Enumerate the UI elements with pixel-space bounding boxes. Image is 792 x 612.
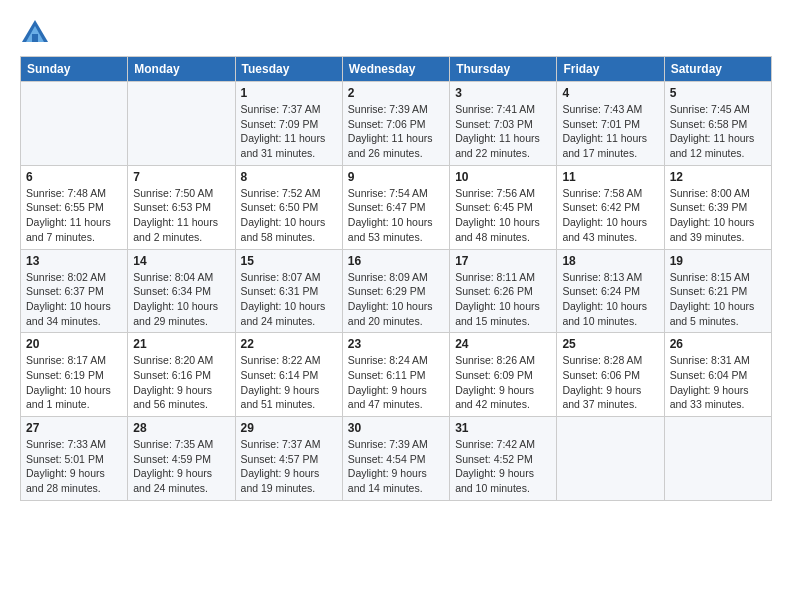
cell-info-line: Sunrise: 8:24 AM	[348, 353, 444, 368]
day-number: 17	[455, 254, 551, 268]
cell-info-line: Sunset: 4:52 PM	[455, 452, 551, 467]
calendar-page: Sunday Monday Tuesday Wednesday Thursday…	[0, 0, 792, 612]
cell-info-line: Sunset: 4:54 PM	[348, 452, 444, 467]
cell-info-line: Sunrise: 7:48 AM	[26, 186, 122, 201]
header-sunday: Sunday	[21, 57, 128, 82]
day-number: 19	[670, 254, 766, 268]
cell-info-line: Daylight: 11 hours and 31 minutes.	[241, 131, 337, 160]
cell-info-line: Daylight: 10 hours and 48 minutes.	[455, 215, 551, 244]
cell-info: Sunrise: 8:20 AMSunset: 6:16 PMDaylight:…	[133, 353, 229, 412]
cell-info-line: Daylight: 11 hours and 22 minutes.	[455, 131, 551, 160]
calendar-cell: 22Sunrise: 8:22 AMSunset: 6:14 PMDayligh…	[235, 333, 342, 417]
cell-info-line: Daylight: 9 hours and 28 minutes.	[26, 466, 122, 495]
calendar-cell: 9Sunrise: 7:54 AMSunset: 6:47 PMDaylight…	[342, 165, 449, 249]
calendar-cell: 8Sunrise: 7:52 AMSunset: 6:50 PMDaylight…	[235, 165, 342, 249]
cell-info-line: Sunset: 6:14 PM	[241, 368, 337, 383]
calendar-cell: 27Sunrise: 7:33 AMSunset: 5:01 PMDayligh…	[21, 417, 128, 501]
calendar-cell: 5Sunrise: 7:45 AMSunset: 6:58 PMDaylight…	[664, 82, 771, 166]
cell-info-line: Sunset: 6:16 PM	[133, 368, 229, 383]
cell-info: Sunrise: 8:07 AMSunset: 6:31 PMDaylight:…	[241, 270, 337, 329]
cell-info-line: Sunrise: 7:35 AM	[133, 437, 229, 452]
cell-info-line: Daylight: 9 hours and 51 minutes.	[241, 383, 337, 412]
calendar-cell: 3Sunrise: 7:41 AMSunset: 7:03 PMDaylight…	[450, 82, 557, 166]
calendar-week-row: 20Sunrise: 8:17 AMSunset: 6:19 PMDayligh…	[21, 333, 772, 417]
calendar-cell	[664, 417, 771, 501]
cell-info: Sunrise: 7:33 AMSunset: 5:01 PMDaylight:…	[26, 437, 122, 496]
cell-info-line: Sunrise: 7:42 AM	[455, 437, 551, 452]
day-number: 7	[133, 170, 229, 184]
cell-info-line: Sunset: 6:29 PM	[348, 284, 444, 299]
cell-info-line: Daylight: 11 hours and 7 minutes.	[26, 215, 122, 244]
day-number: 16	[348, 254, 444, 268]
day-number: 6	[26, 170, 122, 184]
cell-info-line: Sunrise: 8:17 AM	[26, 353, 122, 368]
calendar-week-row: 27Sunrise: 7:33 AMSunset: 5:01 PMDayligh…	[21, 417, 772, 501]
cell-info-line: Daylight: 10 hours and 29 minutes.	[133, 299, 229, 328]
day-number: 25	[562, 337, 658, 351]
cell-info-line: Sunrise: 8:28 AM	[562, 353, 658, 368]
logo	[20, 16, 54, 46]
day-number: 4	[562, 86, 658, 100]
cell-info-line: Sunset: 7:06 PM	[348, 117, 444, 132]
cell-info-line: Daylight: 9 hours and 33 minutes.	[670, 383, 766, 412]
cell-info-line: Sunrise: 7:41 AM	[455, 102, 551, 117]
cell-info-line: Sunrise: 8:07 AM	[241, 270, 337, 285]
day-number: 1	[241, 86, 337, 100]
day-number: 30	[348, 421, 444, 435]
cell-info-line: Sunset: 6:26 PM	[455, 284, 551, 299]
day-number: 27	[26, 421, 122, 435]
cell-info-line: Daylight: 11 hours and 17 minutes.	[562, 131, 658, 160]
day-number: 23	[348, 337, 444, 351]
cell-info-line: Sunset: 6:21 PM	[670, 284, 766, 299]
cell-info: Sunrise: 7:37 AMSunset: 7:09 PMDaylight:…	[241, 102, 337, 161]
day-number: 13	[26, 254, 122, 268]
calendar-cell: 20Sunrise: 8:17 AMSunset: 6:19 PMDayligh…	[21, 333, 128, 417]
header-friday: Friday	[557, 57, 664, 82]
cell-info-line: Daylight: 11 hours and 2 minutes.	[133, 215, 229, 244]
cell-info: Sunrise: 8:13 AMSunset: 6:24 PMDaylight:…	[562, 270, 658, 329]
day-number: 2	[348, 86, 444, 100]
cell-info: Sunrise: 8:04 AMSunset: 6:34 PMDaylight:…	[133, 270, 229, 329]
cell-info-line: Sunset: 6:09 PM	[455, 368, 551, 383]
cell-info-line: Daylight: 9 hours and 24 minutes.	[133, 466, 229, 495]
cell-info-line: Daylight: 10 hours and 15 minutes.	[455, 299, 551, 328]
cell-info-line: Sunset: 6:58 PM	[670, 117, 766, 132]
calendar-cell: 6Sunrise: 7:48 AMSunset: 6:55 PMDaylight…	[21, 165, 128, 249]
cell-info-line: Sunset: 6:50 PM	[241, 200, 337, 215]
calendar-week-row: 1Sunrise: 7:37 AMSunset: 7:09 PMDaylight…	[21, 82, 772, 166]
cell-info-line: Sunset: 6:42 PM	[562, 200, 658, 215]
day-number: 24	[455, 337, 551, 351]
cell-info-line: Daylight: 10 hours and 1 minute.	[26, 383, 122, 412]
cell-info: Sunrise: 7:50 AMSunset: 6:53 PMDaylight:…	[133, 186, 229, 245]
cell-info-line: Sunset: 6:47 PM	[348, 200, 444, 215]
cell-info-line: Sunrise: 7:37 AM	[241, 437, 337, 452]
cell-info-line: Sunrise: 7:54 AM	[348, 186, 444, 201]
cell-info-line: Daylight: 9 hours and 42 minutes.	[455, 383, 551, 412]
cell-info: Sunrise: 7:45 AMSunset: 6:58 PMDaylight:…	[670, 102, 766, 161]
cell-info-line: Sunset: 4:59 PM	[133, 452, 229, 467]
cell-info-line: Sunset: 5:01 PM	[26, 452, 122, 467]
header-tuesday: Tuesday	[235, 57, 342, 82]
day-number: 9	[348, 170, 444, 184]
cell-info-line: Sunrise: 8:09 AM	[348, 270, 444, 285]
day-number: 21	[133, 337, 229, 351]
day-number: 26	[670, 337, 766, 351]
cell-info: Sunrise: 8:15 AMSunset: 6:21 PMDaylight:…	[670, 270, 766, 329]
cell-info-line: Sunset: 7:03 PM	[455, 117, 551, 132]
cell-info: Sunrise: 7:39 AMSunset: 4:54 PMDaylight:…	[348, 437, 444, 496]
cell-info-line: Daylight: 10 hours and 24 minutes.	[241, 299, 337, 328]
cell-info-line: Sunrise: 7:52 AM	[241, 186, 337, 201]
calendar-cell: 1Sunrise: 7:37 AMSunset: 7:09 PMDaylight…	[235, 82, 342, 166]
cell-info-line: Daylight: 11 hours and 26 minutes.	[348, 131, 444, 160]
calendar-week-row: 6Sunrise: 7:48 AMSunset: 6:55 PMDaylight…	[21, 165, 772, 249]
calendar-cell: 30Sunrise: 7:39 AMSunset: 4:54 PMDayligh…	[342, 417, 449, 501]
calendar-cell: 28Sunrise: 7:35 AMSunset: 4:59 PMDayligh…	[128, 417, 235, 501]
cell-info-line: Sunrise: 7:43 AM	[562, 102, 658, 117]
cell-info-line: Sunset: 6:11 PM	[348, 368, 444, 383]
cell-info-line: Daylight: 11 hours and 12 minutes.	[670, 131, 766, 160]
cell-info-line: Daylight: 9 hours and 56 minutes.	[133, 383, 229, 412]
day-number: 8	[241, 170, 337, 184]
cell-info-line: Sunset: 6:24 PM	[562, 284, 658, 299]
header-saturday: Saturday	[664, 57, 771, 82]
cell-info: Sunrise: 7:52 AMSunset: 6:50 PMDaylight:…	[241, 186, 337, 245]
